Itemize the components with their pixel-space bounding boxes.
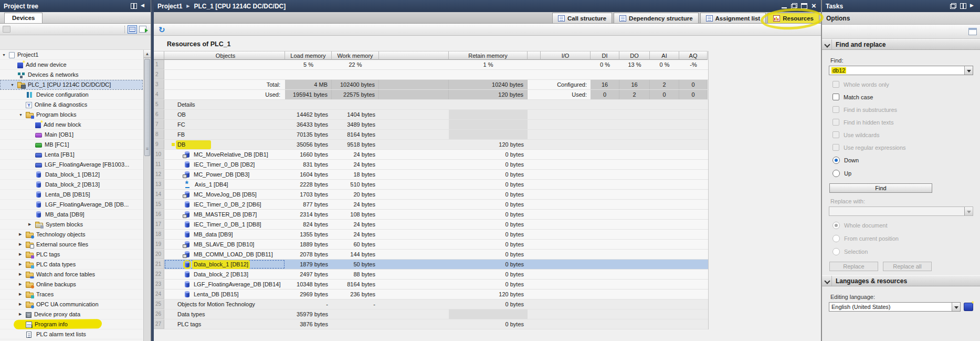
- radio-button[interactable]: [833, 157, 840, 164]
- add-object-icon[interactable]: [3, 26, 10, 33]
- radio-button[interactable]: [833, 170, 840, 177]
- radio-option[interactable]: Whole document: [833, 222, 980, 229]
- table-row[interactable]: 24 Lenta_DB [DB15] 2969 bytes 236 bytes …: [154, 290, 708, 299]
- tree-item[interactable]: PLC alarm text lists: [0, 329, 143, 339]
- tree-item[interactable]: Online backups: [0, 280, 143, 290]
- checkbox-option[interactable]: Find in hidden texts: [833, 119, 980, 126]
- tree-item[interactable]: Project1: [0, 50, 143, 60]
- tree-item[interactable]: OPC UA communication: [0, 299, 143, 309]
- tree-item[interactable]: LGF_FloatingAverage_DB [DB...: [0, 200, 143, 210]
- header-retain-memory[interactable]: Retain memory: [449, 51, 528, 60]
- document-tab[interactable]: Dependency structure: [614, 13, 698, 23]
- header-objects[interactable]: Objects: [164, 51, 285, 60]
- tree-item[interactable]: Program blocks: [0, 110, 143, 120]
- table-row[interactable]: 26 Data types 35979 bytes: [154, 309, 708, 319]
- expander-icon[interactable]: [19, 113, 26, 117]
- tree-item[interactable]: Add new device: [0, 60, 143, 70]
- expander-icon[interactable]: [19, 292, 26, 296]
- tab-devices[interactable]: Devices: [4, 13, 43, 23]
- checkbox[interactable]: [833, 94, 839, 100]
- tree-item[interactable]: PLC data types: [0, 260, 143, 270]
- checkbox[interactable]: [833, 119, 839, 126]
- tree-scrollbar[interactable]: ▲ ≡: [143, 50, 151, 341]
- find-button[interactable]: Find: [829, 183, 932, 193]
- replace-all-button[interactable]: Replace all: [883, 262, 932, 271]
- expander-icon[interactable]: [10, 83, 17, 87]
- section-find-and-replace[interactable]: Find and replace: [822, 39, 980, 50]
- radio-option[interactable]: From current position: [833, 235, 980, 242]
- tree-item[interactable]: PLC_1 [CPU 1214C DC/DC/DC]: [0, 80, 143, 90]
- tree-item[interactable]: Watch and force tables: [0, 270, 143, 280]
- table-row[interactable]: 15 IEC_Timer_0_DB_2 [DB6] 877 bytes 24 b…: [154, 200, 708, 210]
- diagram-view-icon[interactable]: [139, 25, 148, 33]
- expander-icon[interactable]: [19, 262, 26, 266]
- table-row[interactable]: 10 MC_MoveRelative_DB [DB1] 1660 bytes 2…: [154, 150, 708, 160]
- add-language-icon[interactable]: [964, 303, 973, 311]
- tree-item[interactable]: System blocks: [0, 220, 143, 230]
- table-row[interactable]: 16 MB_MASTER_DB [DB7] 2314 bytes 108 byt…: [154, 210, 708, 220]
- breadcrumb-target[interactable]: PLC_1 [CPU 1214C DC/DC/DC]: [194, 3, 286, 10]
- expander-icon[interactable]: [19, 232, 26, 236]
- checkbox-option[interactable]: Use regular expressions: [833, 144, 980, 151]
- tree-item[interactable]: Data_block_1 [DB12]: [0, 170, 143, 180]
- tree-item[interactable]: Devices & networks: [0, 70, 143, 80]
- table-row[interactable]: 7 FC 36433 bytes 3489 bytes: [154, 120, 708, 130]
- maximize-icon[interactable]: [801, 3, 807, 9]
- editing-language-select[interactable]: English (United States): [829, 302, 961, 312]
- table-row[interactable]: 9 DB 35056 bytes 9518 bytes 120 bytes: [154, 140, 708, 150]
- table-row[interactable]: 1 5 % 22 % 1 % 0 %: [154, 60, 708, 70]
- radio-option[interactable]: Selection: [833, 248, 980, 255]
- document-tab[interactable]: Call structure: [552, 13, 612, 23]
- checkbox[interactable]: [833, 131, 839, 138]
- scrollbar-thumb[interactable]: ≡: [144, 59, 150, 156]
- table-row[interactable]: 14 MC_MoveJog_DB [DB5] 1703 bytes 20 byt…: [154, 190, 708, 200]
- restore-icon[interactable]: [791, 3, 797, 9]
- checkbox-option[interactable]: Whole words only: [833, 81, 980, 88]
- checkbox-option[interactable]: Use wildcards: [833, 131, 980, 138]
- tree-item[interactable]: Program info: [0, 319, 143, 329]
- radio-option[interactable]: Down: [833, 157, 980, 164]
- columns-icon[interactable]: [131, 3, 137, 9]
- close-icon[interactable]: [811, 3, 817, 9]
- table-row[interactable]: 20 MB_COMM_LOAD_DB [DB11] 2078 bytes 144…: [154, 250, 708, 260]
- tree-item[interactable]: Device configuration: [0, 90, 143, 100]
- table-row[interactable]: 3 Total: 4 MB 102400 bytes 10240 bytes: [154, 80, 708, 90]
- refresh-icon[interactable]: ↻: [159, 26, 165, 34]
- table-row[interactable]: 6 OB 14462 bytes 1404 bytes: [154, 110, 708, 120]
- tree-item[interactable]: PLC tags: [0, 250, 143, 260]
- header-io[interactable]: I/O: [541, 51, 591, 60]
- expander-icon[interactable]: [28, 222, 35, 226]
- tree-item[interactable]: MB_data [DB9]: [0, 210, 143, 220]
- minimize-icon[interactable]: [781, 3, 787, 9]
- replace-button[interactable]: Replace: [829, 262, 878, 271]
- columns-icon[interactable]: [960, 3, 966, 9]
- expander-icon[interactable]: [19, 302, 26, 306]
- expander-icon[interactable]: [19, 282, 26, 286]
- radio-button[interactable]: [833, 222, 840, 229]
- expander-icon[interactable]: [19, 252, 26, 256]
- radio-option[interactable]: Up: [833, 170, 980, 177]
- table-row[interactable]: 5 Details: [154, 100, 708, 110]
- expander-icon[interactable]: [19, 272, 26, 276]
- header-di[interactable]: DI: [591, 51, 619, 60]
- details-view-icon[interactable]: [128, 25, 137, 34]
- header-aq[interactable]: AQ: [679, 51, 708, 60]
- table-row[interactable]: 25 Objects for Motion Technology - - 0 b…: [154, 299, 708, 309]
- replace-input[interactable]: [829, 206, 973, 216]
- checkbox[interactable]: [833, 144, 839, 151]
- checkbox-option[interactable]: Match case: [833, 94, 980, 100]
- expander-icon[interactable]: [2, 53, 9, 57]
- radio-button[interactable]: [833, 235, 840, 242]
- panel-view-icon[interactable]: [968, 28, 977, 35]
- header-ai[interactable]: AI: [650, 51, 679, 60]
- table-row[interactable]: 12 MC_Power_DB [DB3] 1604 bytes 18 bytes…: [154, 170, 708, 180]
- collapse-left-icon[interactable]: [141, 3, 147, 9]
- table-row[interactable]: 22 Data_block_2 [DB13] 2497 bytes 88 byt…: [154, 270, 708, 280]
- table-row[interactable]: 23 LGF_FloatingAverage_DB [DB14] 10348 b…: [154, 280, 708, 290]
- tree-item[interactable]: LGF_FloatingAverage [FB1003...: [0, 160, 143, 170]
- tree-item[interactable]: Online & diagnostics: [0, 100, 143, 110]
- table-row[interactable]: 17 IEC_Timer_0_DB_1 [DB8] 824 bytes 24 b…: [154, 220, 708, 230]
- header-work-memory[interactable]: Work memory: [332, 51, 379, 60]
- float-icon[interactable]: [950, 3, 956, 9]
- tree-item[interactable]: Traces: [0, 290, 143, 299]
